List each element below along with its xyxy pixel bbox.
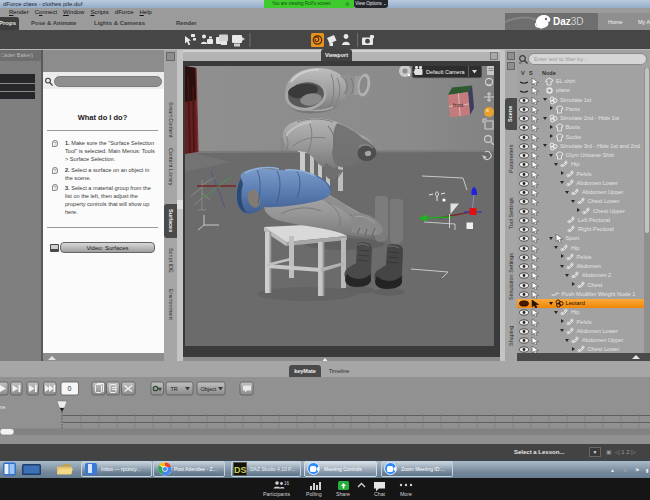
svg-text:Default Camera: Default Camera	[426, 69, 465, 75]
svg-text:Participants: Participants	[263, 491, 291, 497]
svg-text:Object: Object	[201, 386, 217, 392]
svg-text:0: 0	[68, 385, 72, 392]
svg-text:ne: ne	[0, 404, 6, 410]
svg-text:Chat: Chat	[374, 491, 386, 497]
svg-text:Polling: Polling	[306, 491, 322, 497]
svg-text:TR: TR	[171, 386, 178, 392]
svg-text:More: More	[400, 491, 412, 497]
svg-text:16: 16	[284, 481, 290, 486]
svg-text:Share: Share	[336, 491, 350, 497]
svg-text:front: front	[453, 103, 464, 108]
